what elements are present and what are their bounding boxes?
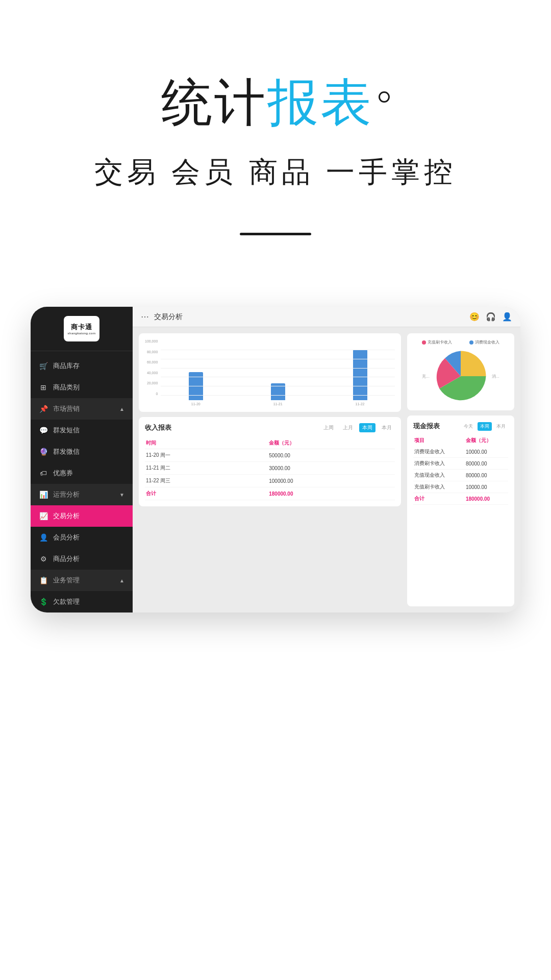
- smiley-icon[interactable]: 😊: [469, 312, 480, 322]
- legend-item-recharge: 充值刷卡收入: [422, 339, 452, 345]
- cash-report-header: 现金报表 今天 本周 本月: [413, 422, 508, 431]
- cash-report-title: 现金报表: [413, 422, 440, 431]
- menu-dots-icon[interactable]: ⋯: [141, 312, 149, 322]
- sidebar-item-label: 业务管理: [53, 576, 80, 585]
- sidebar-item-marketing[interactable]: 📌 市场营销 ▲: [31, 398, 133, 420]
- coupon-icon: 🏷: [39, 469, 48, 478]
- arrow-up-icon: ▲: [119, 406, 124, 412]
- cash-row-item: 充值现金收入: [413, 470, 465, 481]
- sidebar-item-wechat[interactable]: 🔮 群发微信: [31, 441, 133, 462]
- sidebar-item-coupon[interactable]: 🏷 优惠券: [31, 462, 133, 484]
- income-report-card: 收入报表 上周 上月 本周 本月 时间: [139, 417, 401, 506]
- sidebar-item-label: 群发短信: [53, 426, 80, 435]
- total-amount: 180000.00: [268, 487, 395, 500]
- bar-1122: [353, 350, 367, 400]
- bar-chart-card: 100,000 80,000 60,000 40,000 20,000 0: [139, 333, 401, 412]
- pie-side-left: 充...: [422, 374, 430, 379]
- cash-tab-today[interactable]: 今天: [461, 422, 475, 431]
- hero-divider: [240, 233, 311, 235]
- tab-last-month[interactable]: 上月: [340, 423, 356, 432]
- cash-tab-month[interactable]: 本月: [494, 422, 508, 431]
- pie-side-right: 消...: [492, 374, 499, 379]
- sidebar-item-label: 欠款管理: [53, 597, 80, 606]
- sidebar-item-label: 优惠券: [53, 469, 73, 478]
- right-panel: 充值刷卡收入 消费现金收入 充...: [407, 333, 514, 606]
- table-row: 11-22 周三 100000.00: [145, 475, 395, 487]
- topbar-title: 交易分析: [154, 312, 183, 322]
- bar-1120: [189, 372, 203, 400]
- tab-this-month[interactable]: 本月: [379, 423, 395, 432]
- bar-label-1122: 11-22: [356, 402, 365, 406]
- grid-icon: ⊞: [39, 383, 48, 392]
- sidebar: 商卡通 shangkatong.com 🛒 商品库存 ⊞ 商品类别 📌 市场营销…: [31, 307, 133, 612]
- bar-label-1120: 11-20: [191, 402, 201, 406]
- cash-report-table: 项目 金额（元） 消费现金收入 10000.00 消费刷卡收: [413, 435, 508, 505]
- bars-container: 11-20 11-21 11-22: [161, 350, 395, 406]
- sidebar-item-business[interactable]: 📋 业务管理 ▲: [31, 570, 133, 591]
- arrow-down-icon: ▼: [119, 492, 124, 498]
- cash-table-row: 充值现金收入 80000.00: [413, 470, 508, 481]
- left-panel: 100,000 80,000 60,000 40,000 20,000 0: [139, 333, 401, 606]
- cash-row-amount: 80000.00: [465, 470, 508, 481]
- hero-title: 统计报表: [0, 71, 551, 133]
- sidebar-item-goods-analysis[interactable]: ⚙ 商品分析: [31, 548, 133, 570]
- row-amount: 100000.00: [268, 475, 395, 487]
- bar-group-1120: 11-20: [161, 350, 231, 406]
- sidebar-item-member[interactable]: 👤 会员分析: [31, 527, 133, 548]
- sidebar-item-sms[interactable]: 💬 群发短信: [31, 420, 133, 441]
- sidebar-item-transaction[interactable]: 📈 交易分析: [31, 505, 133, 527]
- arrow-up-icon-2: ▲: [119, 578, 124, 583]
- y-label-4: 40,000: [147, 371, 158, 375]
- cash-report-card: 现金报表 今天 本周 本月 项目 金额（元）: [407, 415, 514, 606]
- sidebar-item-goods-inventory[interactable]: 🛒 商品库存: [31, 355, 133, 377]
- trend-icon: 📈: [39, 511, 48, 521]
- row-time: 11-22 周三: [145, 475, 268, 487]
- row-time: 11-21 周二: [145, 462, 268, 475]
- sidebar-item-goods-category[interactable]: ⊞ 商品类别: [31, 377, 133, 398]
- chat-icon: 💬: [39, 426, 48, 435]
- main-content: ⋯ 交易分析 😊 🎧 👤 100,000: [133, 307, 520, 612]
- cash-tab-week[interactable]: 本周: [478, 422, 492, 431]
- dashboard-wrapper: 商卡通 shangkatong.com 🛒 商品库存 ⊞ 商品类别 📌 市场营销…: [31, 307, 520, 612]
- y-axis: 100,000 80,000 60,000 40,000 20,000 0: [145, 339, 158, 396]
- cart-icon: 🛒: [39, 361, 48, 371]
- wechat-icon: 🔮: [39, 447, 48, 456]
- hero-section: 统计报表 交易 会员 商品 一手掌控: [0, 0, 551, 266]
- row-amount: 30000.00: [268, 462, 395, 475]
- y-label-3: 60,000: [147, 360, 158, 364]
- dollar-icon: 💲: [39, 597, 48, 606]
- cash-row-item: 消费现金收入: [413, 446, 465, 458]
- top-bar: ⋯ 交易分析 😊 🎧 👤: [133, 307, 520, 327]
- logo-box: 商卡通 shangkatong.com: [64, 316, 99, 341]
- profile-icon[interactable]: 👤: [502, 312, 512, 322]
- dashboard-section: 商卡通 shangkatong.com 🛒 商品库存 ⊞ 商品类别 📌 市场营销…: [0, 266, 551, 643]
- logo-text-cn: 商卡通: [71, 323, 92, 332]
- sidebar-item-debt[interactable]: 💲 欠款管理: [31, 591, 133, 612]
- hero-subtitle: 交易 会员 商品 一手掌控: [0, 153, 551, 192]
- cash-col-item: 项目: [413, 435, 465, 446]
- user-icon: 👤: [39, 533, 48, 542]
- sidebar-item-label: 群发微信: [53, 447, 80, 456]
- table-row-total: 合计 180000.00: [145, 487, 395, 500]
- headphone-icon[interactable]: 🎧: [486, 312, 496, 322]
- table-row: 11-20 周一 50000.00: [145, 449, 395, 462]
- tab-last-week[interactable]: 上周: [320, 423, 337, 432]
- col-time: 时间: [145, 437, 268, 449]
- row-amount: 50000.00: [268, 449, 395, 462]
- tab-this-week[interactable]: 本周: [359, 423, 375, 432]
- sidebar-item-label: 市场营销: [53, 404, 80, 413]
- legend-dot-consume: [469, 340, 473, 345]
- bar-group-1122: 11-22: [325, 350, 395, 406]
- y-label-2: 80,000: [147, 350, 158, 354]
- sidebar-nav: 🛒 商品库存 ⊞ 商品类别 📌 市场营销 ▲ 💬 群发短信 🔮: [31, 351, 133, 612]
- report-tabs: 上周 上月 本周 本月: [320, 423, 395, 432]
- cash-row-item: 充值刷卡收入: [413, 481, 465, 493]
- table-row: 11-21 周二 30000.00: [145, 462, 395, 475]
- sidebar-item-label: 会员分析: [53, 533, 80, 542]
- cash-total-label: 合计: [413, 493, 465, 505]
- cash-table-row-total: 合计 180000.00: [413, 493, 508, 505]
- cash-table-row: 消费现金收入 10000.00: [413, 446, 508, 458]
- sidebar-item-label: 运营分析: [53, 490, 80, 499]
- sidebar-item-operations[interactable]: 📊 运营分析 ▼: [31, 484, 133, 505]
- bar-chart: 100,000 80,000 60,000 40,000 20,000 0: [145, 339, 395, 406]
